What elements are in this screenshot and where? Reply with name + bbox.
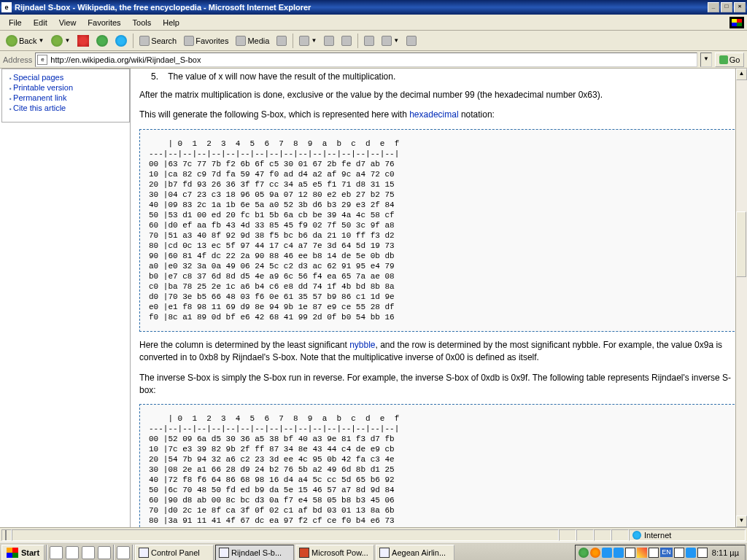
toolbar: Back ▼ ▼ Search Favorites Media ▼ ▼ [0, 31, 747, 51]
print-icon [324, 36, 334, 46]
sidebar: Special pages Printable version Permanen… [1, 69, 130, 122]
tray-icon[interactable] [602, 548, 612, 558]
sidebar-item-cite[interactable]: Cite this article [9, 103, 128, 113]
list-number: 5. [151, 71, 166, 82]
minimize-button[interactable]: _ [708, 2, 719, 12]
windows-flag-icon [729, 17, 744, 28]
back-button[interactable]: Back ▼ [3, 33, 47, 49]
tray-icon[interactable] [674, 548, 684, 558]
research-button[interactable]: ▼ [379, 33, 402, 49]
sidebar-item-printable[interactable]: Printable version [9, 82, 128, 93]
ie-icon [219, 548, 229, 558]
scroll-down-button[interactable]: ▼ [736, 516, 747, 527]
sidebar-item-special[interactable]: Special pages [9, 72, 128, 82]
window-title: Rijndael S-box - Wikipedia, the free enc… [15, 3, 311, 12]
task-control-panel[interactable]: Control Panel [135, 545, 214, 561]
tray-icon[interactable] [686, 548, 696, 558]
tray-icon[interactable] [637, 548, 647, 558]
menu-edit[interactable]: Edit [28, 17, 53, 28]
sbox-table: | 0 1 2 3 4 5 6 7 8 9 a b c d e f ---|--… [139, 129, 738, 332]
discuss-button[interactable] [361, 33, 377, 49]
scroll-track[interactable] [736, 80, 747, 516]
tray-icon[interactable] [697, 548, 708, 558]
scroll-thumb[interactable] [736, 211, 746, 277]
media-icon [236, 36, 246, 46]
mail-button[interactable]: ▼ [296, 33, 320, 49]
link-hexadecimal[interactable]: hexadecimal [409, 109, 458, 120]
menu-view[interactable]: View [53, 17, 82, 28]
ie-icon: e [1, 2, 12, 12]
search-icon [139, 36, 150, 46]
close-button[interactable]: × [734, 2, 746, 12]
article-content: 5. The value of x will now have the resu… [130, 69, 747, 527]
quicklaunch-icon[interactable] [98, 546, 111, 559]
sidebar-item-permalink[interactable]: Permanent link [9, 93, 128, 103]
url-input[interactable]: http://en.wikipedia.org/wiki/Rijndael_S-… [50, 55, 695, 64]
mail-icon [299, 36, 309, 46]
search-label: Search [151, 36, 177, 45]
go-label: Go [729, 55, 740, 64]
task-ie-rijndael[interactable]: Rijndael S-b... [215, 545, 294, 561]
go-icon [719, 55, 728, 64]
menu-file[interactable]: File [3, 17, 28, 28]
tray-icon[interactable] [625, 548, 635, 558]
edit-icon [341, 36, 352, 46]
print-button[interactable] [321, 33, 337, 49]
media-label: Media [247, 36, 269, 45]
refresh-icon [96, 35, 108, 47]
edit-button[interactable] [338, 33, 355, 49]
tray-icon[interactable] [649, 548, 659, 558]
quicklaunch-icon[interactable] [50, 546, 63, 559]
url-field-container: e http://en.wikipedia.org/wiki/Rijndael_… [35, 52, 697, 67]
quicklaunch-icon[interactable] [117, 546, 130, 559]
menu-help[interactable]: Help [157, 17, 185, 28]
go-button[interactable]: Go [715, 52, 744, 67]
link-nybble[interactable]: nybble [349, 340, 375, 350]
system-tray: EN 8:11 µµ [575, 545, 746, 561]
stop-icon [77, 35, 89, 47]
quicklaunch-icon[interactable] [82, 546, 95, 559]
content-area: Special pages Printable version Permanen… [0, 69, 747, 527]
clock[interactable]: 8:11 µµ [709, 548, 742, 557]
url-dropdown[interactable]: ▼ [700, 52, 712, 67]
folder-icon [139, 548, 149, 558]
maximize-button[interactable]: □ [721, 2, 732, 12]
home-icon [115, 35, 127, 47]
favorites-button[interactable]: Favorites [181, 33, 231, 49]
search-button[interactable]: Search [136, 33, 179, 49]
task-powerpoint[interactable]: Microsoft Pow... [295, 545, 374, 561]
menu-tools[interactable]: Tools [127, 17, 158, 28]
quicklaunch-icon[interactable] [66, 546, 79, 559]
menu-favorites[interactable]: Favorites [82, 17, 126, 28]
tray-icon[interactable] [590, 548, 600, 558]
back-icon [6, 35, 18, 47]
stop-button[interactable] [74, 33, 92, 49]
security-zone: Internet [644, 531, 671, 540]
scroll-up-button[interactable]: ▲ [736, 69, 747, 80]
messenger-button[interactable] [403, 33, 419, 49]
task-aegean[interactable]: Aegean Airlin... [376, 545, 454, 561]
media-button[interactable]: Media [233, 33, 272, 49]
language-indicator[interactable]: EN [660, 548, 673, 557]
refresh-button[interactable] [93, 33, 111, 49]
powerpoint-icon [299, 548, 309, 558]
start-label: Start [21, 548, 39, 557]
address-label: Address [3, 55, 32, 64]
taskbar: Start Control Panel Rijndael S-b... Micr… [0, 542, 747, 560]
sidebar-list: Special pages Printable version Permanen… [4, 72, 128, 113]
list-text: The value of x will now have the result … [168, 71, 395, 82]
research-icon [382, 36, 392, 46]
tray-icon[interactable] [614, 548, 624, 558]
start-button[interactable]: Start [1, 545, 44, 561]
forward-button[interactable]: ▼ [48, 33, 73, 49]
history-button[interactable] [274, 33, 290, 49]
done-icon [5, 530, 7, 540]
window-titlebar: e Rijndael S-box - Wikipedia, the free e… [0, 0, 747, 15]
tray-icon[interactable] [578, 548, 589, 558]
menubar: File Edit View Favorites Tools Help [0, 15, 747, 31]
discuss-icon [364, 36, 374, 46]
home-button[interactable] [112, 33, 130, 49]
statusbar: Internet [0, 527, 747, 542]
vertical-scrollbar[interactable]: ▲ ▼ [735, 69, 747, 527]
page-icon: e [37, 55, 47, 65]
